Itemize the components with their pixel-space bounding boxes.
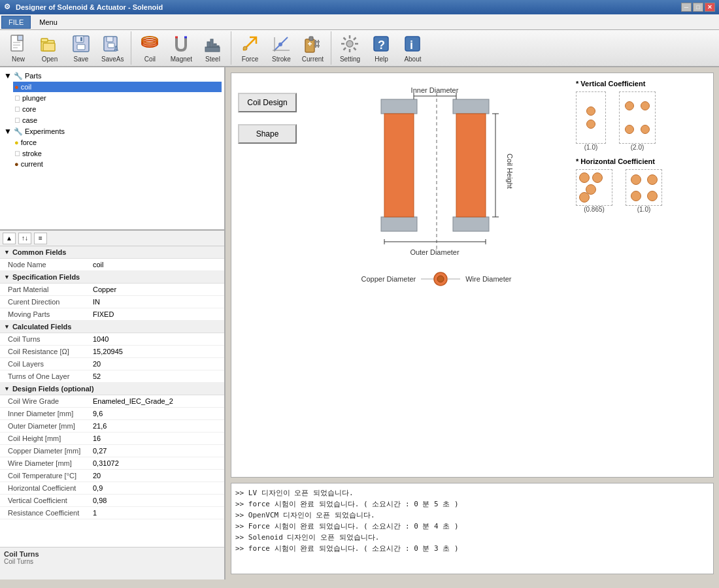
coil-label: Coil	[144, 56, 156, 63]
new-icon	[8, 33, 29, 54]
toolbar-setting[interactable]: Setting	[334, 31, 365, 65]
prop-coil-resistance: Coil Resistance [Ω] 15,20945	[0, 346, 224, 358]
prop-outer-dia: Outer Diameter [mm] 21,6	[0, 420, 224, 433]
tree-label-stroke: stroke	[22, 150, 42, 157]
wire-diameter-label: Wire Diameter	[465, 275, 511, 283]
svg-rect-13	[107, 37, 113, 42]
tree-item-case[interactable]: ◻ case	[13, 114, 222, 125]
minimize-button[interactable]: ─	[681, 3, 692, 12]
toolbar-magnet[interactable]: Magnet	[165, 31, 197, 65]
prop-coil-temp-value: 20	[93, 472, 220, 480]
maximize-button[interactable]: □	[693, 3, 703, 12]
close-button[interactable]: ✕	[705, 3, 715, 12]
console-line: >> Solenoid 디자인이 오픈 되었습니다.	[235, 532, 709, 543]
toolbar-stroke[interactable]: Stroke	[265, 31, 297, 65]
case-bullet: ◻	[14, 116, 20, 124]
horiz-coeff-1-diagram	[576, 169, 612, 206]
svg-rect-20	[205, 47, 220, 52]
prop-copper-dia-label: Copper Diameter [mm]	[8, 447, 93, 455]
vert-coeff-1-diagram	[576, 91, 606, 144]
setting-label: Setting	[340, 56, 360, 63]
coil-design-button[interactable]: Coil Design	[238, 93, 297, 112]
menu-bar: FILE Menu	[0, 14, 719, 30]
tree-icon-experiments: 🔧	[14, 127, 23, 136]
buttons-col: Coil Design Shape	[238, 80, 297, 144]
toolbar-force[interactable]: Force	[234, 31, 265, 65]
toolbar-new[interactable]: New	[3, 31, 34, 65]
console-panel[interactable]: >> LV 디자인이 오픈 되었습니다.>> force 시험이 완료 되었습니…	[231, 483, 714, 574]
tree-item-parts[interactable]: ▼ 🔧 Parts	[3, 70, 222, 82]
toolbar-about[interactable]: i About	[397, 31, 428, 65]
status-bar: Coil Turns Coil Turns	[0, 547, 224, 580]
stroke-bullet: ◻	[14, 149, 20, 157]
toolbar-saveas[interactable]: A SaveAs	[97, 31, 128, 65]
tree-panel: ▼ 🔧 Parts ● coil ◻ plunger ◻ core ◻ case	[0, 67, 224, 231]
svg-point-28	[278, 42, 282, 46]
svg-text:Inner Diameter: Inner Diameter	[410, 86, 458, 94]
svg-rect-24	[217, 46, 219, 47]
prop-moving-parts-value: FIXED	[93, 310, 220, 318]
toolbar-section-experiment: Force Stroke	[231, 31, 331, 65]
section-spec-label: Specification Fields	[12, 273, 80, 281]
prop-coil-height-label: Coil Height [mm]	[8, 434, 93, 442]
about-icon: i	[402, 33, 423, 54]
toolbar-help[interactable]: ? Help	[365, 31, 397, 65]
svg-rect-11	[80, 37, 82, 41]
menu-file[interactable]: FILE	[1, 16, 31, 29]
svg-rect-57	[384, 114, 414, 217]
tree-item-experiments[interactable]: ▼ 🔧 Experiments	[3, 125, 222, 137]
console-line: >> LV 디자인이 오픈 되었습니다.	[235, 487, 709, 498]
tree-item-core[interactable]: ◻ core	[13, 103, 222, 114]
vert-coeff-2: (2.0)	[619, 91, 656, 151]
section-design-header[interactable]: ▼ Design Fields (optional)	[0, 383, 224, 395]
prop-coil-height: Coil Height [mm] 16	[0, 433, 224, 445]
prop-turns-one-layer: Turns of One Layer 52	[0, 370, 224, 383]
props-btn-1[interactable]: ▲	[3, 233, 16, 244]
prop-inner-dia: Inner Diameter [mm] 9,6	[0, 408, 224, 420]
prop-coil-turns-value: 1040	[93, 335, 220, 343]
section-common-header[interactable]: ▼ Common Fields	[0, 246, 224, 259]
vert-coeff-2-label: (2.0)	[631, 144, 644, 151]
vc2-c1	[625, 101, 634, 110]
current-icon	[302, 33, 323, 54]
setting-icon	[339, 33, 360, 54]
plunger-bullet: ◻	[14, 93, 20, 102]
toolbar-steel[interactable]: Steel	[197, 31, 228, 65]
tree-item-force[interactable]: ● force	[13, 137, 222, 148]
section-calc-header[interactable]: ▼ Calculated Fields	[0, 321, 224, 333]
svg-line-44	[344, 38, 346, 41]
horiz-coeff-2-label: (1.0)	[637, 206, 651, 213]
section-spec-header[interactable]: ▼ Specification Fields	[0, 271, 224, 284]
expand-icon: ▼	[4, 71, 12, 80]
svg-rect-22	[210, 39, 213, 47]
menu-menu[interactable]: Menu	[32, 16, 65, 29]
tree-item-stroke[interactable]: ◻ stroke	[13, 148, 222, 159]
svg-text:A: A	[114, 45, 118, 52]
toolbar-coil[interactable]: Coil	[134, 31, 165, 65]
toolbar-save[interactable]: Save	[65, 31, 97, 65]
tree-item-coil[interactable]: ● coil	[13, 82, 222, 92]
prop-part-material-value: Copper	[93, 286, 220, 293]
vert-coeff-section: * Vertical Coefficient	[576, 80, 707, 151]
prop-wire-grade-value: Enameled_IEC_Grade_2	[93, 397, 220, 405]
props-btn-3[interactable]: ≡	[34, 233, 47, 244]
toolbar-open[interactable]: Open	[34, 31, 65, 65]
toolbar-current[interactable]: Current	[297, 31, 328, 65]
tree-item-current[interactable]: ● current	[13, 159, 222, 169]
right-panel: Coil Design Shape	[226, 67, 719, 580]
magnet-icon	[171, 33, 192, 54]
tree-item-plunger[interactable]: ◻ plunger	[13, 92, 222, 103]
wire-svg	[421, 269, 460, 289]
prop-vert-coeff-value: 0,98	[93, 497, 220, 504]
prop-vert-coeff: Vertical Coefficient 0,98	[0, 495, 224, 507]
shape-button[interactable]: Shape	[238, 124, 297, 144]
vc2-c4	[641, 125, 650, 134]
force-bullet: ●	[14, 139, 19, 146]
horiz-coeff-2-diagram	[626, 169, 662, 206]
props-btn-2[interactable]: ↑↓	[18, 233, 31, 244]
prop-coil-turns-label: Coil Turns	[8, 335, 93, 343]
expand-icon-exp: ▼	[4, 127, 12, 136]
open-label: Open	[42, 56, 58, 63]
prop-copper-dia: Copper Diameter [mm] 0,27	[0, 445, 224, 457]
props-toolbar: ▲ ↑↓ ≡	[0, 231, 224, 246]
